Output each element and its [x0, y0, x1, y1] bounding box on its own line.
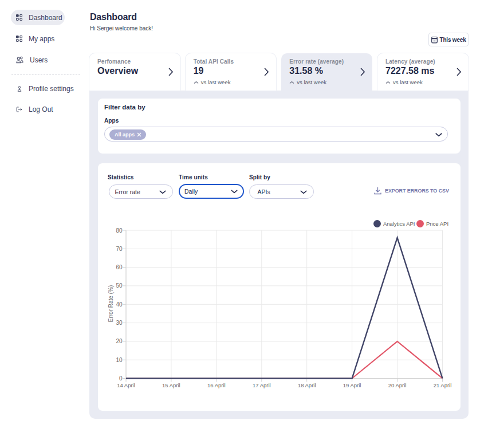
svg-text:20: 20: [116, 338, 123, 344]
svg-text:21 April: 21 April: [434, 382, 452, 388]
svg-text:70: 70: [116, 246, 123, 252]
svg-text:80: 80: [116, 227, 123, 234]
svg-text:18 April: 18 April: [298, 382, 316, 388]
svg-text:60: 60: [116, 264, 123, 270]
svg-text:30: 30: [116, 320, 123, 326]
svg-text:15 April: 15 April: [162, 382, 180, 388]
svg-text:19 April: 19 April: [343, 382, 361, 388]
svg-text:20 April: 20 April: [388, 382, 407, 388]
svg-text:50: 50: [116, 282, 123, 289]
svg-text:Error Rate (%): Error Rate (%): [108, 285, 114, 322]
svg-text:10: 10: [116, 357, 123, 363]
svg-text:14 April: 14 April: [117, 382, 135, 388]
svg-text:40: 40: [116, 301, 123, 308]
svg-text:0: 0: [119, 375, 123, 382]
svg-text:16 April: 16 April: [207, 382, 226, 388]
svg-text:17 April: 17 April: [253, 382, 271, 388]
